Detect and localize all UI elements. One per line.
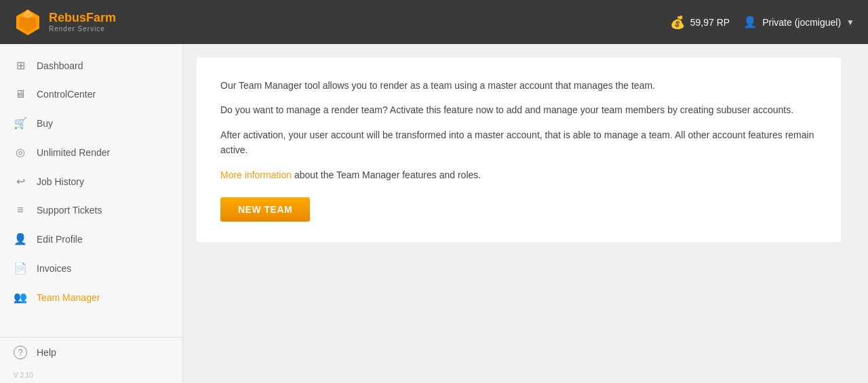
user-menu[interactable]: 👤 Private (jocmiguel) ▼: [743, 16, 854, 28]
sidebar-label-invoices: Invoices: [37, 263, 71, 274]
sidebar-item-edit-profile[interactable]: 👤 Edit Profile: [0, 224, 182, 254]
sidebar-label-team-manager: Team Manager: [37, 292, 100, 303]
sidebar-label-support-tickets: Support Tickets: [37, 205, 102, 216]
content-area: Our Team Manager tool allows you to rend…: [183, 44, 868, 383]
new-team-button[interactable]: NEW TEAM: [220, 197, 310, 222]
sidebar-item-control-center[interactable]: 🖥 ControlCenter: [0, 80, 182, 108]
control-center-icon: 🖥: [14, 88, 27, 100]
content-para1: Our Team Manager tool allows you to rend…: [220, 78, 817, 93]
version-label: V 2.10: [0, 367, 182, 383]
sidebar-label-dashboard: Dashboard: [37, 60, 83, 71]
buy-icon: 🛒: [14, 117, 27, 129]
support-tickets-icon: ≡: [14, 204, 27, 216]
logo-text: RebusFarm Render Service: [49, 12, 116, 33]
help-icon: ?: [14, 346, 27, 359]
sidebar-label-edit-profile: Edit Profile: [37, 234, 83, 245]
more-information-link[interactable]: More information: [220, 169, 292, 180]
tagline: Render Service: [49, 25, 116, 33]
content-card: Our Team Manager tool allows you to rend…: [197, 58, 841, 242]
main-layout: ⊞ Dashboard 🖥 ControlCenter 🛒 Buy ◎ Unli…: [0, 44, 868, 383]
user-name: Private (jocmiguel): [762, 17, 841, 28]
sidebar-label-buy: Buy: [37, 118, 53, 129]
header-right: 💰 59,97 RP 👤 Private (jocmiguel) ▼: [670, 15, 854, 30]
sidebar-item-dashboard[interactable]: ⊞ Dashboard: [0, 51, 182, 80]
sidebar: ⊞ Dashboard 🖥 ControlCenter 🛒 Buy ◎ Unli…: [0, 44, 183, 383]
logo-area: RebusFarm Render Service: [14, 8, 116, 37]
sidebar-bottom: ? Help V 2.10: [0, 337, 182, 383]
content-para3: After activation, your user account will…: [220, 127, 817, 158]
sidebar-label-job-history: Job History: [37, 176, 84, 187]
sidebar-label-control-center: ControlCenter: [37, 89, 96, 100]
content-para4: More information about the Team Manager …: [220, 167, 817, 182]
unlimited-render-icon: ◎: [14, 146, 27, 159]
sidebar-item-team-manager[interactable]: 👥 Team Manager: [0, 283, 182, 312]
user-icon: 👤: [743, 16, 757, 28]
brand-name: RebusFarm: [49, 12, 116, 25]
sidebar-item-job-history[interactable]: ↩ Job History: [0, 167, 182, 196]
sidebar-item-unlimited-render[interactable]: ◎ Unlimited Render: [0, 138, 182, 167]
dashboard-icon: ⊞: [14, 59, 27, 72]
balance-amount: 59,97 RP: [690, 17, 730, 28]
logo-icon: [14, 8, 42, 37]
header: RebusFarm Render Service 💰 59,97 RP 👤 Pr…: [0, 0, 868, 44]
sidebar-item-help[interactable]: ? Help: [0, 338, 182, 367]
edit-profile-icon: 👤: [14, 233, 27, 245]
balance-area: 💰 59,97 RP: [670, 15, 730, 30]
sidebar-item-support-tickets[interactable]: ≡ Support Tickets: [0, 196, 182, 224]
team-manager-icon: 👥: [14, 291, 27, 304]
coin-icon: 💰: [670, 15, 685, 30]
job-history-icon: ↩: [14, 175, 27, 188]
sidebar-item-buy[interactable]: 🛒 Buy: [0, 108, 182, 138]
sidebar-label-help: Help: [37, 347, 56, 358]
invoices-icon: 📄: [14, 262, 27, 275]
content-para2: Do you want to manage a render team? Act…: [220, 102, 817, 117]
sidebar-item-invoices[interactable]: 📄 Invoices: [0, 254, 182, 283]
sidebar-label-unlimited-render: Unlimited Render: [37, 147, 110, 158]
dropdown-arrow-icon: ▼: [846, 18, 854, 27]
content-para4-suffix: about the Team Manager features and role…: [292, 169, 481, 180]
